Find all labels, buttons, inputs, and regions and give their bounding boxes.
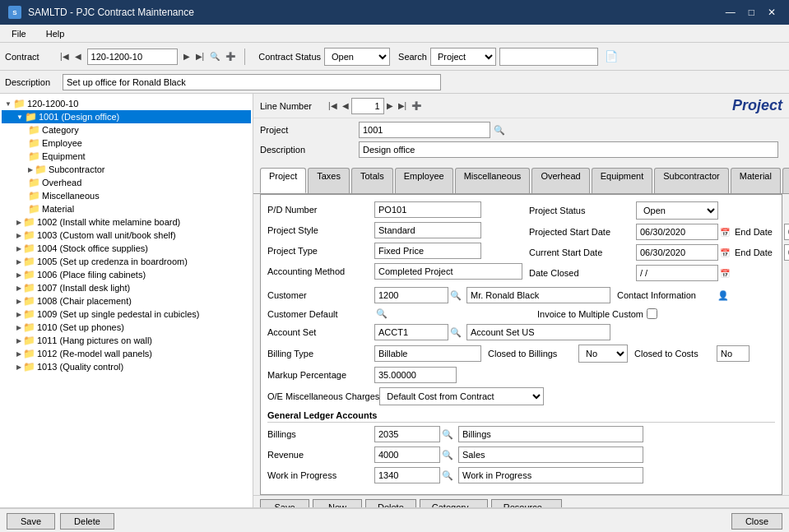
end-date-2-input[interactable] <box>784 244 789 261</box>
menu-file[interactable]: File <box>7 27 31 40</box>
search-type-select[interactable]: Project Contract Customer <box>430 48 496 66</box>
minimize-button[interactable]: — <box>721 7 740 18</box>
delete-line-button[interactable]: Delete <box>365 499 416 507</box>
search-input[interactable] <box>499 48 598 66</box>
tree-sub-subcontractor[interactable]: ▶ 📁 Subcontractor <box>2 163 251 176</box>
footer-delete-button[interactable]: Delete <box>60 513 114 530</box>
project-browse-button[interactable]: 🔍 <box>491 124 508 136</box>
tab-miscellaneous[interactable]: Miscellaneous <box>455 168 531 193</box>
customer-id-input[interactable] <box>374 287 448 303</box>
date-closed-input[interactable] <box>636 265 718 281</box>
next-record-button[interactable]: ▶ <box>181 51 193 62</box>
line-number-input[interactable] <box>351 98 384 114</box>
tree-node-1005[interactable]: ▶ 📁 1005 (Set up credenza in boardroom) <box>2 255 251 268</box>
contract-number-input[interactable] <box>87 49 178 65</box>
tree-node-1008[interactable]: ▶ 📁 1008 (Chair placement) <box>2 294 251 308</box>
resource-button[interactable]: Resource... <box>491 499 562 507</box>
account-set-name-input[interactable] <box>466 324 610 340</box>
project-status-select[interactable]: Open Closed <box>636 201 718 220</box>
tree-sub-miscellaneous[interactable]: 📁 Miscellaneous <box>2 189 251 202</box>
tab-employee[interactable]: Employee <box>395 168 453 193</box>
tree-sub-material[interactable]: 📁 Material <box>2 202 251 215</box>
line-next-button[interactable]: ▶ <box>384 100 396 111</box>
tree-node-1001[interactable]: ▼ 📁 1001 (Design office) <box>2 110 251 123</box>
line-add-button[interactable]: ➕ <box>409 100 424 111</box>
tab-totals[interactable]: Totals <box>351 168 393 193</box>
billing-type-input[interactable] <box>374 345 481 362</box>
first-record-button[interactable]: |◀ <box>58 51 72 62</box>
tab-overhead[interactable]: Overhead <box>531 168 589 193</box>
tab-project[interactable]: Project <box>260 168 306 193</box>
description-field-input[interactable] <box>359 141 778 158</box>
description-input[interactable] <box>63 74 441 90</box>
pd-number-input[interactable] <box>374 201 481 218</box>
tree-node-1006[interactable]: ▶ 📁 1006 (Place filing cabinets) <box>2 268 251 281</box>
curr-start-date-input[interactable] <box>636 244 718 261</box>
find-button[interactable]: 🔍 <box>207 51 222 62</box>
contract-status-select[interactable]: Open <box>324 48 390 66</box>
tab-equipment[interactable]: Equipment <box>592 168 653 193</box>
tree-sub-category[interactable]: 📁 Category <box>2 123 251 136</box>
customer-name-input[interactable] <box>466 287 610 303</box>
wip-search-button[interactable]: 🔍 <box>440 470 455 482</box>
proj-start-date-input[interactable] <box>636 224 718 240</box>
date-closed-calendar[interactable]: 📅 <box>718 268 731 279</box>
contact-info-button[interactable]: 👤 <box>716 289 731 302</box>
new-line-button[interactable]: New <box>313 499 362 507</box>
close-window-button[interactable]: ✕ <box>763 7 781 18</box>
tab-taxes[interactable]: Taxes <box>308 168 350 193</box>
revenue-name-input[interactable] <box>458 446 643 463</box>
tree-root[interactable]: ▼ 📁 120-1200-10 <box>2 97 251 110</box>
prev-record-button[interactable]: ◀ <box>72 51 84 62</box>
tree-node-1009[interactable]: ▶ 📁 1009 (Set up single pedestal in cubi… <box>2 308 251 321</box>
line-last-button[interactable]: ▶| <box>396 100 410 111</box>
browse-button[interactable]: 📄 <box>601 49 621 63</box>
markup-pct-input[interactable] <box>374 367 457 383</box>
tree-node-1010[interactable]: ▶ 📁 1010 (Set up phones) <box>2 321 251 334</box>
line-prev-button[interactable]: ◀ <box>340 100 351 111</box>
tree-node-1011[interactable]: ▶ 📁 1011 (Hang pictures on wall) <box>2 334 251 347</box>
tab-activity[interactable]: Activity <box>782 168 789 193</box>
oe-misc-select[interactable]: Default Cost from Contract Other <box>379 387 544 405</box>
tree-node-1004[interactable]: ▶ 📁 1004 (Stock office supplies) <box>2 242 251 255</box>
tree-node-1007[interactable]: ▶ 📁 1007 (Install desk light) <box>2 281 251 294</box>
closed-to-billings-select[interactable]: No Yes <box>578 345 628 363</box>
billings-search-button[interactable]: 🔍 <box>440 428 455 441</box>
project-style-input[interactable] <box>374 222 481 238</box>
tab-material[interactable]: Material <box>731 168 781 193</box>
project-type-input[interactable] <box>374 243 481 259</box>
tree-node-1002[interactable]: ▶ 📁 1002 (Install white melamine board) <box>2 215 251 229</box>
customer-search-button[interactable]: 🔍 <box>448 289 463 302</box>
tree-node-1003[interactable]: ▶ 📁 1003 (Custom wall unit/book shelf) <box>2 229 251 242</box>
tree-node-1012[interactable]: ▶ 📁 1012 (Re-model wall panels) <box>2 347 251 360</box>
maximize-button[interactable]: □ <box>744 7 759 18</box>
billings-name-input[interactable] <box>458 426 643 442</box>
tree-sub-overhead[interactable]: 📁 Overhead <box>2 176 251 189</box>
project-input[interactable] <box>359 122 490 138</box>
accounting-method-input[interactable] <box>374 263 522 280</box>
end-date-1-input[interactable] <box>784 224 789 240</box>
curr-start-date-calendar[interactable]: 📅 <box>718 247 731 258</box>
revenue-input[interactable] <box>374 446 440 463</box>
revenue-search-button[interactable]: 🔍 <box>440 449 455 461</box>
save-line-button[interactable]: Save <box>260 499 309 507</box>
wip-input[interactable] <box>374 467 440 483</box>
add-record-button[interactable]: ➕ <box>223 51 238 62</box>
invoice-multi-checkbox[interactable] <box>647 308 657 319</box>
billings-input[interactable] <box>374 426 440 442</box>
menu-help[interactable]: Help <box>41 27 70 40</box>
footer-save-button[interactable]: Save <box>7 513 55 530</box>
tree-sub-equipment[interactable]: 📁 Equipment <box>2 150 251 163</box>
line-first-button[interactable]: |◀ <box>326 100 340 111</box>
tab-subcontractor[interactable]: Subcontractor <box>654 168 728 193</box>
footer-close-button[interactable]: Close <box>731 513 782 530</box>
account-set-search-button[interactable]: 🔍 <box>448 326 463 339</box>
category-button[interactable]: Category... <box>420 499 488 507</box>
tree-node-1013[interactable]: ▶ 📁 1013 (Quality control) <box>2 360 251 373</box>
closed-to-costs-input[interactable] <box>717 345 750 362</box>
customer-default-button[interactable]: 🔍 <box>374 308 389 320</box>
account-set-input[interactable] <box>374 324 448 340</box>
tree-sub-employee[interactable]: 📁 Employee <box>2 136 251 150</box>
proj-start-date-calendar[interactable]: 📅 <box>718 227 731 238</box>
last-record-button[interactable]: ▶| <box>193 51 207 62</box>
